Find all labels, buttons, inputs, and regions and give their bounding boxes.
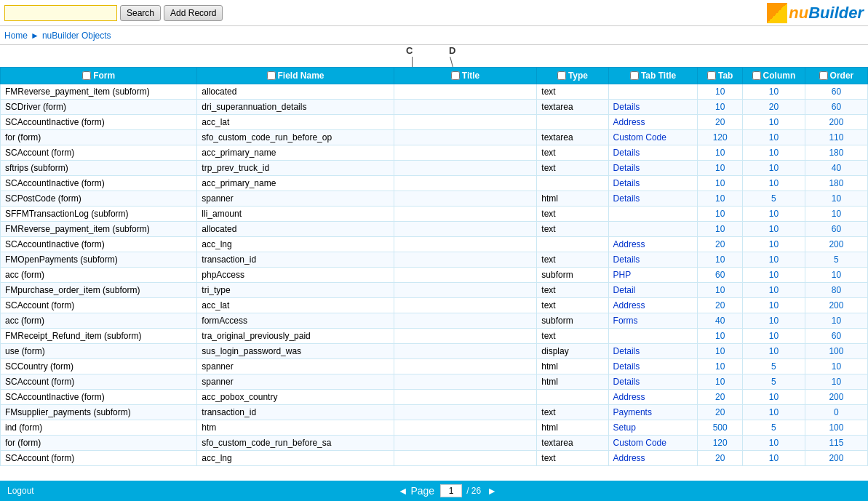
table-row[interactable]: SCAccountInactive (form)acc_latAddress20… — [1, 115, 868, 130]
table-cell: 10 — [698, 191, 742, 207]
table-cell — [394, 374, 537, 390]
table-cell — [394, 420, 537, 436]
table-cell: 20 — [698, 237, 742, 252]
table-row[interactable]: SCAccountInactive (form)acc_lngAddress20… — [1, 237, 868, 252]
col-header-title[interactable]: Title — [394, 68, 537, 84]
page-number-input[interactable] — [440, 484, 462, 497]
title-col-checkbox[interactable] — [451, 71, 460, 80]
table-cell: 10 — [698, 283, 742, 298]
table-row[interactable]: for (form)sfo_custom_code_run_before_opt… — [1, 130, 868, 145]
table-cell: text — [537, 161, 608, 176]
order-col-checkbox[interactable] — [819, 71, 828, 80]
table-cell: Address — [608, 451, 698, 466]
breadcrumb-home[interactable]: Home — [4, 31, 28, 41]
table-cell: SCAccount (form) — [1, 145, 197, 161]
table-row[interactable]: SCAccount (form)acc_lattextAddress201020… — [1, 298, 868, 313]
table-row[interactable]: SFFMTransactionLog (subform)lli_amountte… — [1, 207, 868, 222]
footer: Logout ◄ Page / 26 ► — [0, 481, 868, 501]
table-cell: SCPostCode (form) — [1, 191, 197, 207]
table-cell: Details — [608, 252, 698, 268]
col-header-tab-title[interactable]: Tab Title — [608, 68, 698, 84]
table-cell: sus_login_password_was — [197, 344, 394, 359]
table-row[interactable]: acc (form)phpAccesssubformPHP601010 — [1, 268, 868, 283]
table-row[interactable]: FMReverse_payment_item (subform)allocate… — [1, 84, 868, 100]
table-cell: 10 — [698, 359, 742, 374]
table-cell: SCAccountInactive (form) — [1, 176, 197, 191]
next-page-button[interactable]: ► — [485, 485, 498, 497]
form-col-checkbox[interactable] — [82, 71, 91, 80]
table-cell: 200 — [805, 390, 867, 405]
table-cell: 5 — [742, 374, 805, 390]
table-cell: Setup — [608, 420, 698, 436]
table-cell — [394, 283, 537, 298]
col-header-tab[interactable]: Tab — [698, 68, 742, 84]
annotation-c-label: C — [406, 45, 413, 56]
table-cell: textarea — [537, 130, 608, 145]
table-cell: Address — [608, 237, 698, 252]
table-cell: SCAccount (form) — [1, 451, 197, 466]
table-row[interactable]: FMReceipt_Refund_item (subform)tra_origi… — [1, 329, 868, 344]
logout-button[interactable]: Logout — [7, 486, 34, 496]
table-cell: spanner — [197, 191, 394, 207]
col-header-field-name[interactable]: Field Name — [197, 68, 394, 84]
table-cell: text — [537, 298, 608, 313]
table-cell: sfo_custom_code_run_before_op — [197, 130, 394, 145]
type-col-checkbox[interactable] — [557, 71, 566, 80]
table-row[interactable]: FMReverse_payment_item (subform)allocate… — [1, 222, 868, 237]
col-header-order[interactable]: Order — [805, 68, 867, 84]
table-container: Form Field Name Title — [0, 67, 868, 481]
col-header-form[interactable]: Form — [1, 68, 197, 84]
table-cell: SCAccount (form) — [1, 298, 197, 313]
table-row[interactable]: SCAccount (form)acc_primary_nametextDeta… — [1, 145, 868, 161]
table-cell: 10 — [805, 207, 867, 222]
table-cell: PHP — [608, 268, 698, 283]
search-input[interactable] — [4, 5, 117, 21]
table-row[interactable]: FMpurchase_order_item (subform)tri_typet… — [1, 283, 868, 298]
col-header-type[interactable]: Type — [537, 68, 608, 84]
table-row[interactable]: sftrips (subform)trp_prev_truck_idtextDe… — [1, 161, 868, 176]
table-cell: formAccess — [197, 313, 394, 329]
table-cell: 10 — [698, 344, 742, 359]
table-row[interactable]: for (form)sfo_custom_code_run_before_sat… — [1, 436, 868, 451]
search-button[interactable]: Search — [120, 5, 161, 21]
table-cell: 10 — [742, 329, 805, 344]
tab-col-checkbox[interactable] — [707, 71, 716, 80]
col-header-column[interactable]: Column — [742, 68, 805, 84]
table-cell: lli_amount — [197, 207, 394, 222]
field-col-checkbox[interactable] — [267, 71, 276, 80]
table-row[interactable]: ind (form)htmhtmlSetup5005100 — [1, 420, 868, 436]
table-cell: 0 — [805, 405, 867, 420]
table-row[interactable]: SCAccountInactive (form)acc_pobox_countr… — [1, 390, 868, 405]
tabtitle-col-checkbox[interactable] — [630, 71, 639, 80]
table-cell — [394, 145, 537, 161]
table-row[interactable]: SCPostCode (form)spannerhtmlDetails10510 — [1, 191, 868, 207]
table-row[interactable]: use (form)sus_login_password_wasdisplayD… — [1, 344, 868, 359]
table-row[interactable]: FMOpenPayments (subform)transaction_idte… — [1, 252, 868, 268]
column-col-checkbox[interactable] — [752, 71, 761, 80]
table-row[interactable]: acc (form)formAccesssubformForms401010 — [1, 313, 868, 329]
table-cell: 10 — [805, 359, 867, 374]
table-row[interactable]: SCCountry (form)spannerhtmlDetails10510 — [1, 359, 868, 374]
table-cell: 10 — [698, 84, 742, 100]
table-cell: tri_type — [197, 283, 394, 298]
table-row[interactable]: SCAccount (form)spannerhtmlDetails10510 — [1, 374, 868, 390]
table-cell: sfo_custom_code_run_before_sa — [197, 436, 394, 451]
table-row[interactable]: SCDriver (form)dri_superannuation_detail… — [1, 100, 868, 115]
table-cell: Payments — [608, 405, 698, 420]
prev-page-button[interactable]: ◄ Page — [397, 485, 436, 497]
table-cell: 5 — [742, 191, 805, 207]
table-cell — [394, 207, 537, 222]
table-cell: 500 — [698, 420, 742, 436]
table-cell: text — [537, 84, 608, 100]
table-cell: 10 — [805, 374, 867, 390]
table-cell: Address — [608, 115, 698, 130]
table-cell: acc (form) — [1, 313, 197, 329]
table-row[interactable]: SCAccount (form)acc_lngtextAddress201020… — [1, 451, 868, 466]
table-cell: 10 — [742, 130, 805, 145]
add-record-button[interactable]: Add Record — [164, 5, 223, 21]
table-cell: htm — [197, 420, 394, 436]
table-row[interactable]: FMsupplier_payments (subform)transaction… — [1, 405, 868, 420]
table-cell: 200 — [805, 115, 867, 130]
table-row[interactable]: SCAccountInactive (form)acc_primary_name… — [1, 176, 868, 191]
table-cell: 10 — [698, 176, 742, 191]
